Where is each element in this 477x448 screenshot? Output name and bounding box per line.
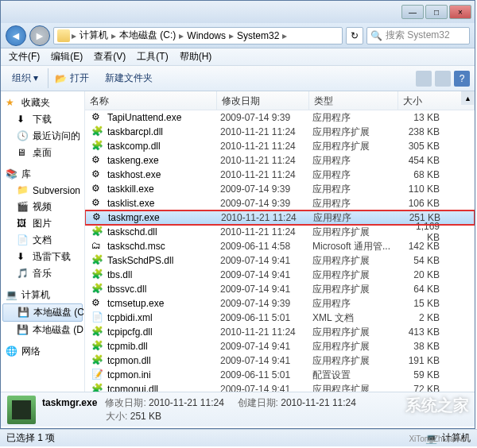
file-row[interactable]: ⚙tasklist.exe2009-07-14 9:39应用程序106 KB [85,196,475,210]
column-headers: 名称 修改日期 类型 大小 [85,91,475,110]
nav-desktop[interactable]: 🖥桌面 [2,145,83,161]
file-row[interactable]: 🧩taskcomp.dll2010-11-21 11:24应用程序扩展305 K… [85,139,475,153]
nav-pictures[interactable]: 🖼图片 [2,215,83,232]
nav-libraries[interactable]: 📚库 [2,166,83,183]
breadcrumb-item[interactable]: 计算机 [78,29,110,42]
menu-edit[interactable]: 编辑(E) [46,48,87,65]
file-row[interactable]: 🧩tcpmonui.dll2009-07-14 9:41应用程序扩展72 KB [85,382,475,392]
column-name[interactable]: 名称 [85,91,217,110]
file-row[interactable]: 📄tcpbidi.xml2009-06-11 5:01XML 文档2 KB [85,311,475,325]
nav-label: 文档 [33,234,52,247]
refresh-button[interactable]: ↻ [346,27,363,44]
nav-subversion[interactable]: 📁Subversion [2,183,83,199]
file-row[interactable]: 🧩tcpmon.dll2009-07-14 9:41应用程序扩展191 KB [85,353,475,368]
file-row[interactable]: 🧩tcpmib.dll2009-07-14 9:41应用程序扩展38 KB [85,339,475,353]
network-icon: 🌐 [6,346,18,358]
nav-thunder[interactable]: ⬇迅雷下载 [2,249,83,265]
file-row[interactable]: 🧩taskschd.dll2010-11-21 11:24应用程序扩展1,169… [85,225,475,239]
file-size: 191 KB [401,355,446,366]
file-row[interactable]: ⚙tcmsetup.exe2009-07-14 9:39应用程序15 KB [85,296,475,311]
nav-computer[interactable]: 💻计算机 [2,287,83,303]
nav-favorites[interactable]: ★收藏夹 [2,95,83,111]
watermark-url: XiTongZhiJia.Net [409,434,469,443]
close-button[interactable]: × [449,5,471,19]
chevron-right-icon[interactable]: ▸ [282,30,287,41]
file-size: 15 KB [401,298,446,309]
file-row[interactable]: ⚙TapiUnattend.exe2009-07-14 9:39应用程序13 K… [85,110,475,125]
nav-disk-d[interactable]: 💾本地磁盘 (D [2,322,83,338]
nav-disk-c[interactable]: 💾本地磁盘 (C [2,303,83,322]
organize-button[interactable]: 组织 ▾ [6,68,45,88]
maximize-button[interactable]: □ [425,5,448,19]
menu-view[interactable]: 查看(V) [89,48,130,65]
file-type: 应用程序扩展 [312,126,401,139]
view-mode-button[interactable] [416,71,432,87]
chevron-right-icon[interactable]: ▸ [72,30,76,41]
file-row[interactable]: ⚙taskhost.exe2010-11-21 11:24应用程序68 KB [85,168,475,182]
file-type: 配置设置 [312,369,401,382]
menu-file[interactable]: 文件(F) [4,48,45,65]
new-folder-button[interactable]: 新建文件夹 [99,68,159,88]
help-button[interactable]: ? [454,71,470,87]
breadcrumb[interactable]: ▸ 计算机 ▸ 本地磁盘 (C:) ▸ Windows ▸ System32 ▸ [53,27,343,44]
file-name: tbs.dll [107,269,220,280]
preview-pane-button[interactable] [435,71,451,87]
file-size: 72 KB [401,384,446,392]
back-button[interactable]: ◄ [6,25,26,46]
file-date: 2009-07-14 9:41 [220,255,312,266]
file-type: 应用程序 [312,111,401,125]
file-row[interactable]: 🧩tcpipcfg.dll2010-11-21 11:24应用程序扩展413 K… [85,325,475,339]
file-row[interactable]: 🧩tbs.dll2009-07-14 9:41应用程序扩展20 KB [85,268,475,282]
file-type: 应用程序扩展 [312,283,401,296]
file-row[interactable]: 🧩taskbarcpl.dll2010-11-21 11:24应用程序扩展238… [85,125,475,139]
file-type: 应用程序扩展 [312,326,401,339]
folder-icon: 📁 [17,184,29,197]
column-type[interactable]: 类型 [309,91,398,110]
file-date: 2010-11-21 11:24 [221,212,313,223]
nav-network[interactable]: 🌐网络 [2,343,83,360]
file-name: taskschd.msc [107,241,220,252]
file-icon: 🧩 [91,254,104,267]
file-row[interactable]: 🗂taskschd.msc2009-06-11 4:58Microsoft 通用… [85,239,475,253]
nav-music[interactable]: 🎵音乐 [2,265,83,282]
file-type: 应用程序 [312,154,401,168]
chevron-right-icon[interactable]: ▸ [229,30,234,41]
file-rows[interactable]: ⚙TapiUnattend.exe2009-07-14 9:39应用程序13 K… [85,110,475,392]
nav-downloads[interactable]: ⬇下载 [2,111,83,128]
column-date[interactable]: 修改日期 [217,91,309,110]
file-name: tbssvc.dll [107,284,220,295]
nav-label: 下载 [33,113,52,126]
menu-help[interactable]: 帮助(H) [175,48,217,65]
search-input[interactable]: 🔍 搜索 System32 [366,27,470,44]
scroll-up-button[interactable]: ▲ [461,91,475,105]
menu-tools[interactable]: 工具(T) [132,48,173,65]
nav-label: 视频 [33,200,52,214]
file-row[interactable]: ⚙taskeng.exe2010-11-21 11:24应用程序454 KB [85,153,475,168]
open-icon: 📂 [55,73,67,84]
breadcrumb-item[interactable]: 本地磁盘 (C:) [118,29,177,42]
minimize-button[interactable]: — [401,5,424,19]
details-size-label: 大小: [106,411,127,422]
nav-label: 收藏夹 [21,96,50,110]
chevron-right-icon[interactable]: ▸ [111,30,116,41]
file-row[interactable]: 📝tcpmon.ini2009-06-11 5:01配置设置59 KB [85,368,475,382]
file-row[interactable]: ⚙taskkill.exe2009-07-14 9:39应用程序110 KB [85,182,475,196]
nav-label: 迅雷下载 [33,250,71,264]
chevron-right-icon[interactable]: ▸ [179,30,184,41]
breadcrumb-item[interactable]: System32 [235,30,281,41]
file-icon: ⚙ [91,183,104,195]
file-row[interactable]: 🧩TaskSchdPS.dll2009-07-14 9:41应用程序扩展54 K… [85,253,475,268]
file-row[interactable]: 🧩tbssvc.dll2009-07-14 9:41应用程序扩展64 KB [85,282,475,296]
file-size: 38 KB [401,341,446,352]
nav-videos[interactable]: 🎬视频 [2,199,83,215]
library-icon: 📚 [6,168,18,181]
forward-button[interactable]: ► [29,25,50,46]
open-button[interactable]: 📂 打开 [48,68,95,88]
nav-recent[interactable]: 🕓最近访问的 [2,128,83,145]
nav-label: 桌面 [33,146,52,160]
file-name: taskhost.exe [107,169,220,180]
breadcrumb-item[interactable]: Windows [185,30,227,41]
nav-documents[interactable]: 📄文档 [2,232,83,249]
file-icon: 🧩 [91,126,104,138]
toolbar: 组织 ▾ 📂 打开 新建文件夹 ? [1,66,475,91]
